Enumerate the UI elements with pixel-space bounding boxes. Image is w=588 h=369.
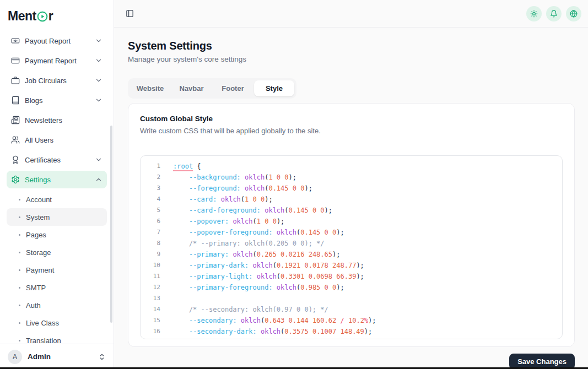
sidebar-item-job-circulars[interactable]: Job Circulars [7,72,107,89]
bullet-dot-icon [19,287,20,289]
sidebar-scrollbar[interactable] [110,126,112,323]
sidebar-subitem-auth[interactable]: Auth [7,296,107,314]
sidebar-item-certificates[interactable]: Certificates [7,151,107,169]
code-line-8: 8 /* --primary: oklch(0.205 0 0); */ [141,238,562,249]
actions-row: Save Changes [128,354,575,369]
line-number: 8 [141,238,160,249]
chevron-down-icon [95,96,103,104]
sidebar: Ment r Payout ReportPayment ReportJob Ci… [0,0,114,369]
brand-text-prefix: Ment [8,9,36,24]
gear-icon [11,175,20,184]
notifications-button[interactable] [546,6,562,21]
line-number: 7 [141,227,160,238]
page-content: System Settings Manage your system's cor… [114,28,588,369]
sidebar-item-settings[interactable]: Settings [7,171,107,188]
save-changes-button[interactable]: Save Changes [509,354,575,369]
sidebar-subitem-smtp[interactable]: SMTP [7,279,107,296]
bullet-dot-icon [19,322,20,324]
line-number: 10 [141,260,160,271]
award-icon [11,155,20,164]
bullet-dot-icon [19,305,20,306]
sidebar-item-label: Payment Report [25,57,77,65]
sidebar-item-label: Newsletters [25,116,62,124]
sidebar-subitem-label: SMTP [26,284,46,292]
globe-icon [570,10,578,18]
line-number: 11 [141,271,160,282]
user-name: Admin [28,352,51,361]
user-menu[interactable]: A Admin [0,344,114,369]
line-number: 5 [141,205,160,216]
settings-tabs: WebsiteNavbarFooterStyle [128,78,296,99]
sidebar-subitem-label: Storage [26,248,51,257]
theme-toggle-button[interactable] [526,6,542,21]
css-code-editor[interactable]: 1:root {2 --background: oklch(1 0 0);3 -… [140,155,563,339]
code-line-2: 2 --background: oklch(1 0 0); [141,172,562,183]
line-number: 1 [141,161,160,172]
code-line-15: 15 --secondary: oklch(0.643 0.144 160.62… [141,315,562,326]
code-text: :root { [160,161,201,172]
topbar [114,0,588,28]
sidebar-subitem-pages[interactable]: Pages [7,226,107,243]
sidebar-subitem-account[interactable]: Account [7,191,107,208]
chevron-down-icon [95,156,103,164]
sidebar-item-label: Payout Report [25,37,71,45]
brand-logo[interactable]: Ment r [0,0,114,28]
bullet-dot-icon [19,234,20,236]
play-circle-icon [37,11,48,22]
sidebar-item-newsletters[interactable]: Newsletters [7,111,107,129]
bullet-dot-icon [19,252,20,253]
sidebar-item-label: Job Circulars [25,77,67,85]
code-text: --popover: oklch(1 0 0); [160,216,284,227]
chevron-up-icon [95,176,103,183]
sidebar-toggle-button[interactable] [122,7,137,21]
sidebar-subitem-system[interactable]: System [7,208,107,226]
line-number: 6 [141,216,160,227]
card-title: Custom Global Style [140,115,563,123]
tab-footer[interactable]: Footer [213,80,253,96]
sun-icon [530,10,538,18]
sidebar-subitem-label: Auth [26,301,41,310]
tab-website[interactable]: Website [130,80,170,96]
code-text: --secondary-light: oklch(0.9502 0.0504 1… [160,337,376,339]
sidebar-subitem-live-class[interactable]: Live Class [7,314,107,332]
code-line-12: 12 --primary-foreground: oklch(0.985 0 0… [141,282,562,293]
briefcase-icon [11,76,20,85]
code-line-17: 17 --secondary-light: oklch(0.9502 0.050… [141,337,562,339]
sidebar-item-all-users[interactable]: All Users [7,131,107,149]
line-number: 17 [141,337,160,339]
code-text: /* --primary: oklch(0.205 0 0); */ [160,238,325,249]
sidebar-item-label: Certificates [25,156,61,164]
sidebar-subitem-storage[interactable]: Storage [7,243,107,261]
chevron-down-icon [95,37,103,45]
newspaper-icon [11,116,20,124]
sidebar-subitem-label: System [26,213,50,221]
sidebar-subitem-payment[interactable]: Payment [7,261,107,279]
sidebar-item-label: Blogs [25,96,43,105]
sidebar-subitem-translation[interactable]: Translation [7,332,107,344]
code-text: --secondary-dark: oklch(0.3575 0.1007 14… [160,326,372,337]
language-button[interactable] [566,6,581,21]
code-text: --primary-light: oklch(0.3301 0.0698 66.… [160,271,364,282]
code-text: --card: oklch(1 0 0); [160,194,273,205]
tab-style[interactable]: Style [254,80,294,96]
line-number: 12 [141,282,160,293]
code-text: --card-foreground: oklch(0.145 0 0); [160,205,332,216]
code-line-4: 4 --card: oklch(1 0 0); [141,194,562,205]
book-icon [11,96,20,105]
sidebar-item-payout-report[interactable]: Payout Report [7,32,107,50]
code-line-16: 16 --secondary-dark: oklch(0.3575 0.1007… [141,326,562,337]
bullet-dot-icon [19,269,20,271]
line-number: 9 [141,249,160,260]
code-text: --primary-dark: oklch(0.1921 0.0178 248.… [160,260,364,271]
code-line-5: 5 --card-foreground: oklch(0.145 0 0); [141,205,562,216]
line-number: 15 [141,315,160,326]
sidebar-item-payment-report[interactable]: Payment Report [7,52,107,69]
sidebar-item-blogs[interactable]: Blogs [7,91,107,109]
code-line-11: 11 --primary-light: oklch(0.3301 0.0698 … [141,271,562,282]
code-text: --foreground: oklch(0.145 0 0); [160,183,312,194]
sidebar-subitem-label: Pages [26,231,46,239]
code-line-6: 6 --popover: oklch(1 0 0); [141,216,562,227]
code-line-9: 9 --primary: oklch(0.265 0.0216 248.65); [141,249,562,260]
tab-navbar[interactable]: Navbar [171,80,212,96]
main-area: System Settings Manage your system's cor… [114,0,588,369]
